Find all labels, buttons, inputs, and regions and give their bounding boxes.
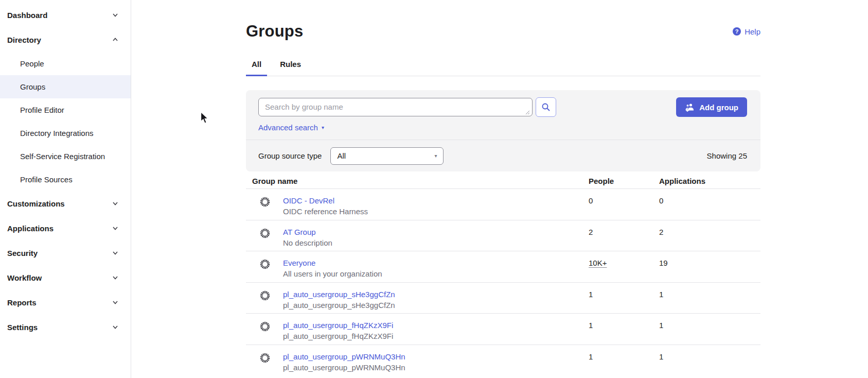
- sidebar-item-label: Security: [7, 249, 38, 257]
- people-count[interactable]: 10K+: [589, 259, 607, 267]
- applications-count: 1: [659, 345, 760, 376]
- sidebar-item-people[interactable]: People: [0, 52, 131, 75]
- add-group-button[interactable]: Add group: [676, 97, 747, 117]
- page-title: Groups: [246, 22, 303, 41]
- group-name-link[interactable]: pl_auto_usergroup_fHqZKzX9Fi: [283, 320, 393, 331]
- group-description: OIDC reference Harness: [283, 207, 368, 217]
- tab-bar: All Rules: [246, 60, 760, 76]
- people-count: 1: [589, 345, 659, 376]
- column-header-people: People: [589, 177, 659, 185]
- group-name-link[interactable]: Everyone: [283, 258, 382, 268]
- table-row: AT Group No description 2 2: [246, 220, 760, 251]
- table-row: Everyone All users in your organization …: [246, 251, 760, 282]
- sidebar-item-self-service-registration[interactable]: Self-Service Registration: [0, 145, 131, 168]
- sidebar-item-dashboard[interactable]: Dashboard: [0, 3, 131, 27]
- people-count: 0: [589, 189, 659, 220]
- person-add-icon: [685, 103, 695, 112]
- caret-down-icon: ▾: [434, 153, 437, 159]
- group-icon: [259, 196, 271, 208]
- advanced-search-link[interactable]: Advanced search ▾: [258, 123, 324, 140]
- chevron-down-icon: [112, 274, 119, 281]
- group-description: pl_auto_usergroup_pWRNMuQ3Hn: [283, 363, 405, 373]
- group-source-type-select[interactable]: All ▾: [330, 147, 444, 165]
- search-input[interactable]: [258, 98, 533, 116]
- chevron-down-icon: [112, 11, 119, 19]
- sidebar-item-label: Workflow: [7, 273, 42, 282]
- sidebar-item-label: Applications: [7, 224, 54, 233]
- sidebar-item-profile-editor[interactable]: Profile Editor: [0, 98, 131, 122]
- question-mark-icon: ?: [733, 27, 741, 36]
- sidebar-item-label: Reports: [7, 298, 37, 307]
- people-count: 1: [589, 314, 659, 345]
- table-row: pl_auto_usergroup_pWRNMuQ3Hn pl_auto_use…: [246, 345, 760, 376]
- page-header: Groups ? Help: [246, 22, 760, 41]
- sidebar-item-security[interactable]: Security: [0, 240, 131, 265]
- chevron-down-icon: [112, 225, 119, 232]
- group-source-type-value: All: [337, 151, 346, 160]
- table-row: OIDC - DevRel OIDC reference Harness 0 0: [246, 188, 760, 220]
- advanced-search-label: Advanced search: [258, 123, 318, 132]
- filter-panel: Add group Advanced search ▾ Group source…: [246, 90, 760, 171]
- search-button[interactable]: [536, 97, 556, 117]
- group-description: No description: [283, 238, 332, 248]
- sidebar-item-workflow[interactable]: Workflow: [0, 265, 131, 290]
- group-description: pl_auto_usergroup_sHe3ggCfZn: [283, 300, 395, 311]
- sidebar-item-settings[interactable]: Settings: [0, 315, 131, 339]
- help-link[interactable]: ? Help: [733, 27, 760, 36]
- people-count: 1: [589, 283, 659, 314]
- tab-all[interactable]: All: [246, 60, 267, 76]
- showing-count: Showing 25: [707, 151, 747, 160]
- groups-table: Group name People Applications OIDC - De…: [246, 171, 760, 375]
- group-icon: [259, 259, 271, 270]
- table-header: Group name People Applications: [246, 171, 760, 188]
- add-group-label: Add group: [699, 103, 738, 112]
- applications-count: 1: [659, 314, 760, 345]
- sidebar-item-profile-sources[interactable]: Profile Sources: [0, 168, 131, 191]
- sidebar-item-label: Self-Service Registration: [20, 152, 105, 161]
- sidebar-item-groups[interactable]: Groups: [0, 75, 131, 98]
- search-icon: [541, 102, 551, 112]
- chevron-down-icon: [112, 200, 119, 207]
- sidebar-item-label: Groups: [20, 82, 45, 91]
- sidebar-item-customizations[interactable]: Customizations: [0, 191, 131, 216]
- sidebar-item-directory-integrations[interactable]: Directory Integrations: [0, 122, 131, 145]
- chevron-down-icon: [112, 299, 119, 306]
- sidebar-item-directory[interactable]: Directory: [0, 27, 131, 52]
- sidebar-item-label: Customizations: [7, 199, 65, 208]
- sidebar-item-label: Dashboard: [7, 11, 47, 20]
- group-icon: [259, 228, 271, 239]
- table-row: pl_auto_usergroup_fHqZKzX9Fi pl_auto_use…: [246, 313, 760, 345]
- sidebar: Dashboard Directory People Groups Profil…: [0, 0, 131, 378]
- sidebar-item-label: Profile Editor: [20, 106, 64, 114]
- chevron-down-icon: [112, 323, 119, 331]
- help-label: Help: [745, 27, 760, 36]
- group-name-link[interactable]: pl_auto_usergroup_sHe3ggCfZn: [283, 289, 395, 300]
- group-description: pl_auto_usergroup_fHqZKzX9Fi: [283, 331, 393, 341]
- sidebar-item-applications[interactable]: Applications: [0, 216, 131, 240]
- group-icon: [259, 352, 271, 364]
- group-name-link[interactable]: AT Group: [283, 227, 332, 237]
- column-header-group-name: Group name: [246, 177, 589, 185]
- group-icon: [259, 321, 271, 332]
- applications-count: 19: [659, 251, 760, 282]
- group-icon: [259, 290, 271, 301]
- column-header-applications: Applications: [659, 177, 760, 185]
- table-row: pl_auto_usergroup_sHe3ggCfZn pl_auto_use…: [246, 282, 760, 314]
- search-field-wrap: [258, 97, 533, 118]
- applications-count: 0: [659, 189, 760, 220]
- group-name-link[interactable]: pl_auto_usergroup_pWRNMuQ3Hn: [283, 352, 405, 362]
- main-area: Groups ? Help All Rules: [132, 0, 868, 378]
- sidebar-item-label: Directory Integrations: [20, 129, 94, 138]
- chevron-up-icon: [112, 36, 119, 43]
- applications-count: 2: [659, 220, 760, 251]
- sidebar-item-label: Settings: [7, 323, 38, 332]
- group-description: All users in your organization: [283, 269, 382, 279]
- sidebar-item-reports[interactable]: Reports: [0, 290, 131, 315]
- caret-down-icon: ▾: [322, 125, 324, 130]
- tab-rules[interactable]: Rules: [274, 60, 307, 76]
- sidebar-item-label: People: [20, 59, 44, 68]
- group-name-link[interactable]: OIDC - DevRel: [283, 196, 368, 206]
- sidebar-item-label: Profile Sources: [20, 175, 73, 184]
- group-source-type-label: Group source type: [258, 151, 322, 160]
- applications-count: 1: [659, 283, 760, 314]
